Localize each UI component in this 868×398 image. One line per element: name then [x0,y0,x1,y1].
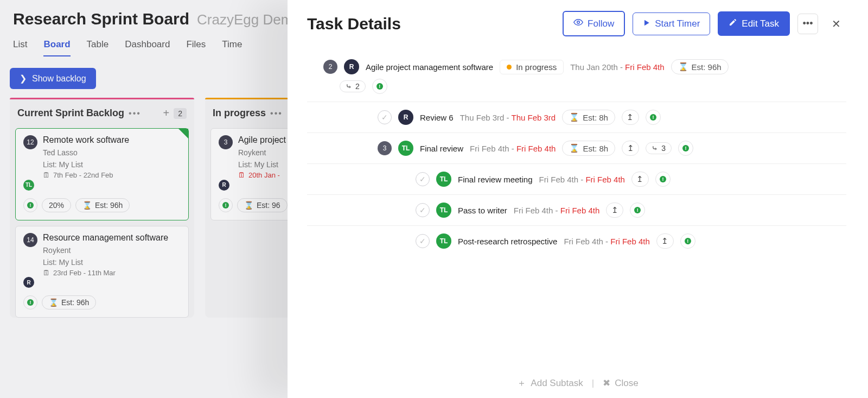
exclaim-icon [660,176,666,182]
card-list: List: My List [43,160,181,169]
card-number: 12 [23,135,37,149]
calendar-icon: 🗓 [43,269,50,277]
follow-button[interactable]: Follow [563,11,625,36]
avatar: R [219,180,229,191]
view-tab-board[interactable]: Board [43,39,70,56]
card-number: 14 [23,233,37,247]
avatar: TL [436,233,451,249]
avatar: TL [436,172,451,187]
chevron-right-icon: ❯ [20,73,27,84]
view-tab-table[interactable]: Table [87,39,109,56]
task-check-circle[interactable]: ✓ [416,172,430,186]
task-dates: Fri Feb 4th - Fri Feb 4th [539,175,625,184]
footer-close-button[interactable]: ✖ Close [603,377,638,389]
pencil-icon [729,18,737,29]
task-dates: Fri Feb 4th - Fri Feb 4th [470,144,556,153]
task-row[interactable]: ✓RReview 6Thu Feb 3rd - Thu Feb 3rd⌛Est:… [307,102,846,132]
play-icon [643,18,650,29]
arrow-pill[interactable]: ↥ [606,203,623,218]
card-title: Resource management software [43,233,181,243]
task-details-panel: Task Details Follow Start Timer Edit Tas… [288,0,868,398]
estimate-chip: ⌛Est: 96h [75,198,130,212]
start-timer-button[interactable]: Start Timer [633,12,710,35]
priority-badge [23,295,37,309]
arrow-pill[interactable]: ↥ [656,233,674,249]
add-subtask-button[interactable]: ＋ Add Subtask [517,377,583,389]
avatar: R [23,277,34,288]
view-tab-files[interactable]: Files [186,39,206,56]
task-check-circle[interactable]: ✓ [416,203,430,217]
task-row[interactable]: ✓TLPost-research retrospectiveFri Feb 4t… [307,225,846,256]
task-check-circle[interactable]: ✓ [378,110,392,124]
column-menu-icon[interactable]: ••• [270,109,283,118]
tree-icon: ⤷ [346,82,352,91]
task-dates: Thu Jan 20th - Fri Feb 4th [570,62,664,72]
column-title: Current Sprint Backlog [17,108,124,119]
dots-icon: ••• [803,18,813,29]
board-column: Current Sprint Backlog•••+212Remote work… [10,98,194,318]
arrow-up-icon: ↥ [661,236,668,246]
board-card[interactable]: 12Remote work softwareTed LassoList: My … [15,128,189,220]
view-tab-time[interactable]: Time [222,39,242,56]
arrow-pill[interactable]: ↥ [622,110,639,125]
estimate-pill: ⌛Est: 96h [671,59,729,74]
avatar: R [344,59,359,74]
view-tab-dashboard[interactable]: Dashboard [125,39,170,56]
edit-task-button[interactable]: Edit Task [718,11,790,36]
progress-chip: 20% [42,198,71,212]
card-dates: 🗓23rd Feb - 11th Mar [43,269,181,277]
board-card[interactable]: 14Resource management softwareRoykentLis… [15,226,189,318]
hourglass-icon: ⌛ [244,201,253,210]
estimate-chip: ⌛Est: 96h [42,295,96,309]
hourglass-icon: ⌛ [49,298,58,307]
close-icon: ✕ [832,17,841,30]
column-add-button[interactable]: + [163,107,170,119]
follow-label: Follow [588,18,614,29]
task-row[interactable]: 2RAgile project management softwareIn pr… [307,52,846,82]
panel-footer: ＋ Add Subtask | ✖ Close [288,368,868,398]
tree-icon: ⤷ [652,144,658,153]
priority-pill [678,141,693,156]
more-options-button[interactable]: ••• [797,14,818,34]
show-backlog-button[interactable]: ❯ Show backlog [10,68,96,89]
arrow-pill[interactable]: ↥ [622,141,639,156]
calendar-icon: 🗓 [43,171,50,179]
avatar: R [398,110,413,125]
avatar: TL [436,203,451,218]
close-panel-button[interactable]: ✕ [826,14,846,34]
priority-badge [219,198,233,212]
avatar: TL [398,141,413,156]
arrow-pill[interactable]: ↥ [631,172,649,187]
task-row[interactable]: ✓TLFinal review meetingFri Feb 4th - Fri… [307,163,846,194]
exclaim-icon [650,114,656,121]
view-tab-list[interactable]: List [13,39,27,56]
task-title: Review 6 [420,113,454,122]
board-title: Research Sprint Board [13,10,189,28]
card-number: 3 [219,135,233,149]
task-count-badge: 3 [378,141,392,155]
footer-close-label: Close [615,378,638,389]
task-title: Pass to writer [458,206,507,215]
board-subtitle: CrazyEgg Demo [197,11,301,28]
task-title: Agile project management software [366,62,493,72]
task-row[interactable]: 3TLFinal reviewFri Feb 4th - Fri Feb 4th… [307,132,846,163]
task-title: Final review [420,144,463,153]
task-title: Final review meeting [458,175,533,184]
edit-task-label: Edit Task [742,18,779,29]
priority-pill [372,79,387,94]
priority-pill [630,203,645,218]
column-menu-icon[interactable]: ••• [129,109,141,118]
task-check-circle[interactable]: ✓ [416,234,430,248]
card-list: List: My List [43,258,181,267]
add-subtask-label: Add Subtask [531,378,583,389]
estimate-chip: ⌛Est: 96 [237,198,288,212]
priority-badge [23,198,37,212]
arrow-up-icon: ↥ [627,112,634,122]
task-row[interactable]: ✓TLPass to writerFri Feb 4th - Fri Feb 4… [307,194,846,225]
status-dot-icon [507,65,512,70]
priority-pill [655,172,671,187]
panel-title: Task Details [307,15,555,33]
exclaim-icon [634,207,641,213]
exclaim-icon [685,238,691,244]
priority-pill [646,110,661,125]
